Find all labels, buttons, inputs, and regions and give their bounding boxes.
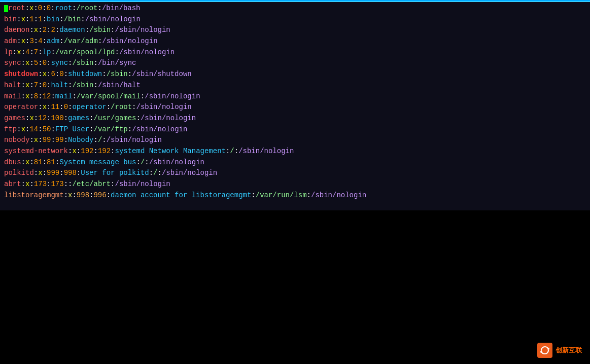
line-item: adm:x:3:4:adm:/var/adm:/sbin/nologin [4,36,586,47]
terminal-window: root:x:0:0:root:/root:/bin/bash bin:x:1:… [0,0,590,210]
line-item: dbus:x:81:81:System message bus:/:/sbin/… [4,157,586,168]
black-background: 创新互联 [0,210,590,364]
line-item: lp:x:4:7:lp:/var/spool/lpd:/sbin/nologin [4,47,586,58]
line-item: root:x:0:0:root:/root:/bin/bash [4,3,586,14]
line-item: bin:x:1:1:bin:/bin:/sbin/nologin [4,14,586,25]
line-item: halt:x:7:0:halt:/sbin:/sbin/halt [4,80,586,91]
svg-point-0 [547,348,549,350]
line-item: daemon:x:2:2:daemon:/sbin:/sbin/nologin [4,25,586,36]
brand-name: 创新互联 [556,346,582,355]
svg-point-1 [540,351,542,353]
line-item: abrt:x:173:173::/etc/abrt:/sbin/nologin [4,179,586,190]
line-item: nobody:x:99:99:Nobody:/:/sbin/nologin [4,135,586,146]
line-item-partial: libstoragemgmt:x:998:996:daemon account … [4,190,586,201]
watermark: 创新互联 [537,343,582,358]
line-item: sync:x:5:0:sync:/sbin:/bin/sync [4,58,586,69]
line-item: ftp:x:14:50:FTP User:/var/ftp:/sbin/nolo… [4,124,586,135]
line-item: operator:x:11:0:operator:/root:/sbin/nol… [4,102,586,113]
line-item: polkitd:x:999:998:User for polkitd:/:/sb… [4,168,586,179]
cursor [4,5,8,12]
line-item: systemd-network:x:192:192:systemd Networ… [4,146,586,157]
terminal-output: root:x:0:0:root:/root:/bin/bash bin:x:1:… [4,3,586,201]
brand-icon [537,343,552,358]
line-item: mail:x:8:12:mail:/var/spool/mail:/sbin/n… [4,91,586,102]
line-item: games:x:12:100:games:/usr/games:/sbin/no… [4,113,586,124]
line-item-shutdown: shutdown:x:6:0:shutdown:/sbin:/sbin/shut… [4,69,586,80]
